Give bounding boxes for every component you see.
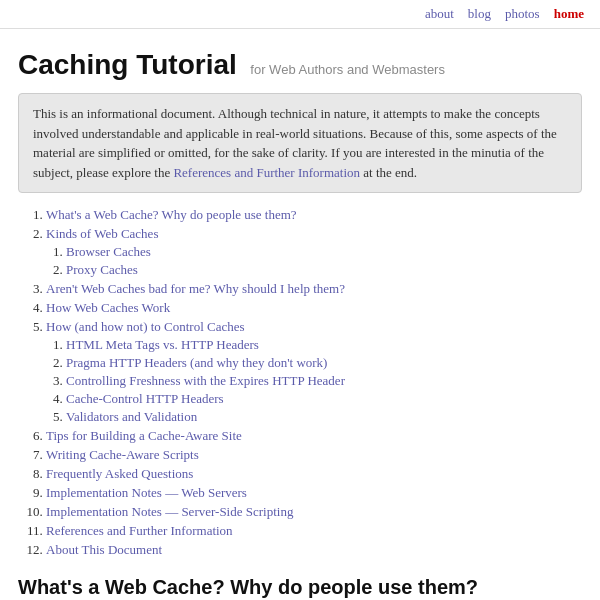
toc-item: Frequently Asked Questions <box>46 466 582 482</box>
toc-sub-item: Browser Caches <box>66 244 582 260</box>
toc-sub-link[interactable]: Validators and Validation <box>66 409 197 424</box>
toc-link[interactable]: Tips for Building a Cache-Aware Site <box>46 428 242 443</box>
intro-link[interactable]: References and Further Information <box>173 165 360 180</box>
toc-sub-item: Controlling Freshness with the Expires H… <box>66 373 582 389</box>
toc-sub-item: HTML Meta Tags vs. HTTP Headers <box>66 337 582 353</box>
page-title: Caching Tutorial <box>18 49 237 80</box>
toc-item: References and Further Information <box>46 523 582 539</box>
page-title-block: Caching Tutorial for Web Authors and Web… <box>18 49 582 81</box>
toc-sub-link[interactable]: Pragma HTTP Headers (and why they don't … <box>66 355 327 370</box>
toc-sub-link[interactable]: Cache-Control HTTP Headers <box>66 391 224 406</box>
toc-link[interactable]: Implementation Notes — Server-Side Scrip… <box>46 504 293 519</box>
toc-item: Aren't Web Caches bad for me? Why should… <box>46 281 582 297</box>
nav-photos[interactable]: photos <box>505 6 540 22</box>
intro-box: This is an informational document. Altho… <box>18 93 582 193</box>
nav-blog[interactable]: blog <box>468 6 491 22</box>
toc-item: How (and how not) to Control CachesHTML … <box>46 319 582 425</box>
table-of-contents: What's a Web Cache? Why do people use th… <box>18 207 582 558</box>
toc-item: Kinds of Web CachesBrowser CachesProxy C… <box>46 226 582 278</box>
toc-sub-item: Pragma HTTP Headers (and why they don't … <box>66 355 582 371</box>
toc-sub-item: Cache-Control HTTP Headers <box>66 391 582 407</box>
toc-item: Tips for Building a Cache-Aware Site <box>46 428 582 444</box>
page-subtitle: for Web Authors and Webmasters <box>250 62 445 77</box>
toc-link[interactable]: About This Document <box>46 542 162 557</box>
toc-link[interactable]: What's a Web Cache? Why do people use th… <box>46 207 297 222</box>
toc-sub-link[interactable]: Controlling Freshness with the Expires H… <box>66 373 345 388</box>
toc-sub-item: Proxy Caches <box>66 262 582 278</box>
nav-home[interactable]: home <box>554 6 584 22</box>
toc-link[interactable]: Frequently Asked Questions <box>46 466 193 481</box>
toc-item: Writing Cache-Aware Scripts <box>46 447 582 463</box>
toc-item: Implementation Notes — Server-Side Scrip… <box>46 504 582 520</box>
toc-link[interactable]: References and Further Information <box>46 523 233 538</box>
toc-item: How Web Caches Work <box>46 300 582 316</box>
toc-item: About This Document <box>46 542 582 558</box>
toc-link[interactable]: How (and how not) to Control Caches <box>46 319 245 334</box>
intro-text-after: at the end. <box>360 165 417 180</box>
nav-about[interactable]: about <box>425 6 454 22</box>
toc-link[interactable]: Implementation Notes — Web Servers <box>46 485 247 500</box>
toc-link[interactable]: Kinds of Web Caches <box>46 226 158 241</box>
toc-sub-link[interactable]: HTML Meta Tags vs. HTTP Headers <box>66 337 259 352</box>
toc-sub-item: Validators and Validation <box>66 409 582 425</box>
toc-link[interactable]: How Web Caches Work <box>46 300 170 315</box>
toc-item: Implementation Notes — Web Servers <box>46 485 582 501</box>
toc-sub-link[interactable]: Browser Caches <box>66 244 151 259</box>
toc-item: What's a Web Cache? Why do people use th… <box>46 207 582 223</box>
toc-link[interactable]: Writing Cache-Aware Scripts <box>46 447 199 462</box>
section-heading: What's a Web Cache? Why do people use th… <box>18 576 582 600</box>
main-content: Caching Tutorial for Web Authors and Web… <box>0 29 600 600</box>
toc-sub-link[interactable]: Proxy Caches <box>66 262 138 277</box>
toc-link[interactable]: Aren't Web Caches bad for me? Why should… <box>46 281 345 296</box>
navigation-bar: about blog photos home <box>0 0 600 29</box>
section-title: What's a Web Cache? Why do people use th… <box>18 576 582 600</box>
